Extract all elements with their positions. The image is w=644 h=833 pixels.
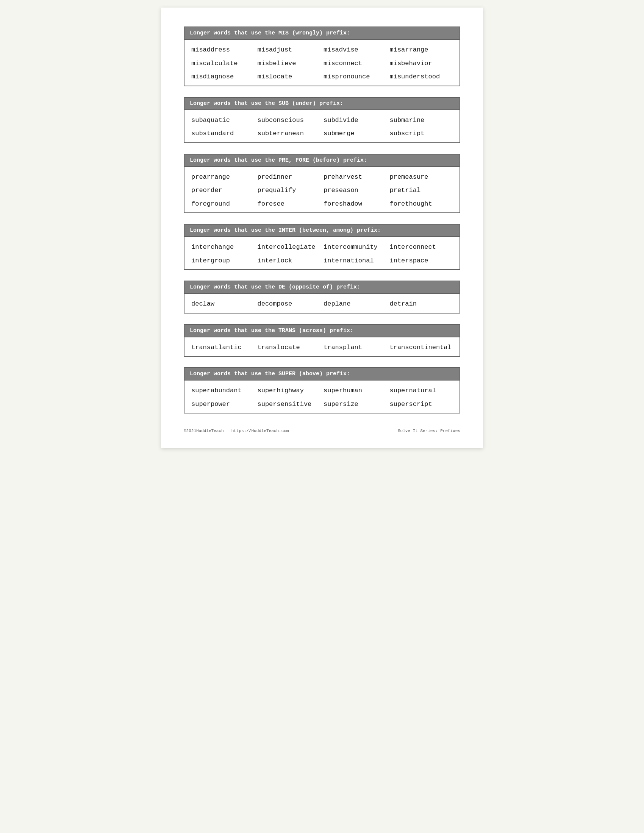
- word-cell: misadjust: [256, 43, 322, 56]
- word-cell: intergroup: [190, 254, 256, 267]
- word-cell: transplant: [322, 341, 388, 354]
- series-text: Solve It Series: Prefixes: [398, 429, 460, 433]
- word-cell: foreshadow: [322, 198, 388, 211]
- word-cell: preharvest: [322, 171, 388, 183]
- section-inter: Longer words that use the INTER (between…: [184, 224, 460, 270]
- word-cell: prearrange: [190, 171, 256, 183]
- word-cell: supersize: [322, 398, 388, 411]
- word-cell: interlock: [256, 254, 322, 267]
- word-cell: superscript: [388, 398, 455, 411]
- word-cell: declaw: [190, 298, 256, 310]
- word-cell: intercollegiate: [256, 241, 322, 254]
- word-cell: intercommunity: [322, 241, 388, 254]
- words-grid-mis: misaddressmisadjustmisadvisemisarrangemi…: [184, 40, 460, 86]
- word-cell: supernatural: [388, 384, 455, 397]
- section-super: Longer words that use the SUPER (above) …: [184, 367, 460, 413]
- words-grid-pre-fore: prearrangepredinnerpreharvestpremeasurep…: [184, 167, 460, 214]
- word-cell: subaquatic: [190, 114, 256, 127]
- section-pre-fore: Longer words that use the PRE, FORE (bef…: [184, 154, 460, 214]
- word-cell: detrain: [388, 298, 455, 310]
- word-cell: miscalculate: [190, 57, 256, 70]
- word-cell: substandard: [190, 127, 256, 140]
- word-cell: superhighway: [256, 384, 322, 397]
- word-cell: transatlantic: [190, 341, 256, 354]
- website-text: https://HuddleTeach.com: [232, 429, 289, 433]
- word-cell: misadvise: [322, 43, 388, 56]
- word-cell: foresee: [256, 198, 322, 211]
- sections-container: Longer words that use the MIS (wrongly) …: [184, 26, 460, 413]
- word-cell: subconscious: [256, 114, 322, 127]
- word-cell: pretrial: [388, 184, 455, 197]
- page: Longer words that use the MIS (wrongly) …: [161, 8, 483, 448]
- section-header-super: Longer words that use the SUPER (above) …: [184, 367, 460, 381]
- word-cell: misconnect: [322, 57, 388, 70]
- words-grid-inter: interchangeintercollegiateintercommunity…: [184, 237, 460, 270]
- word-cell: subdivide: [322, 114, 388, 127]
- words-grid-trans: transatlantictranslocatetransplanttransc…: [184, 338, 460, 357]
- word-cell: decompose: [256, 298, 322, 310]
- word-cell: superhuman: [322, 384, 388, 397]
- word-cell: misaddress: [190, 43, 256, 56]
- section-mis: Longer words that use the MIS (wrongly) …: [184, 26, 460, 86]
- section-header-pre-fore: Longer words that use the PRE, FORE (bef…: [184, 154, 460, 167]
- footer: ©2021HuddleTeach https://HuddleTeach.com…: [184, 425, 460, 433]
- word-cell: interconnect: [388, 241, 455, 254]
- word-cell: mislocate: [256, 71, 322, 83]
- word-cell: international: [322, 254, 388, 267]
- word-cell: translocate: [256, 341, 322, 354]
- word-cell: mispronounce: [322, 71, 388, 83]
- words-grid-super: superabundantsuperhighwaysuperhumansuper…: [184, 381, 460, 413]
- word-cell: prequalify: [256, 184, 322, 197]
- word-cell: submerge: [322, 127, 388, 140]
- word-cell: preorder: [190, 184, 256, 197]
- word-cell: transcontinental: [388, 341, 455, 354]
- word-cell: misdiagnose: [190, 71, 256, 83]
- word-cell: supersensitive: [256, 398, 322, 411]
- word-cell: interchange: [190, 241, 256, 254]
- word-cell: misbehavior: [388, 57, 455, 70]
- section-header-inter: Longer words that use the INTER (between…: [184, 224, 460, 237]
- word-cell: forethought: [388, 198, 455, 211]
- word-cell: predinner: [256, 171, 322, 183]
- footer-left: ©2021HuddleTeach https://HuddleTeach.com: [184, 429, 289, 433]
- section-de: Longer words that use the DE (opposite o…: [184, 281, 460, 314]
- word-cell: superabundant: [190, 384, 256, 397]
- word-cell: subterranean: [256, 127, 322, 140]
- words-grid-de: declawdecomposedeplanedetrain: [184, 294, 460, 314]
- word-cell: foreground: [190, 198, 256, 211]
- word-cell: subscript: [388, 127, 455, 140]
- word-cell: misbelieve: [256, 57, 322, 70]
- section-header-de: Longer words that use the DE (opposite o…: [184, 281, 460, 294]
- word-cell: misunderstood: [388, 71, 455, 83]
- word-cell: misarrange: [388, 43, 455, 56]
- word-cell: submarine: [388, 114, 455, 127]
- section-sub: Longer words that use the SUB (under) pr…: [184, 97, 460, 143]
- words-grid-sub: subaquaticsubconscioussubdividesubmarine…: [184, 110, 460, 143]
- word-cell: deplane: [322, 298, 388, 310]
- section-header-mis: Longer words that use the MIS (wrongly) …: [184, 26, 460, 40]
- word-cell: preseason: [322, 184, 388, 197]
- section-header-sub: Longer words that use the SUB (under) pr…: [184, 97, 460, 110]
- section-trans: Longer words that use the TRANS (across)…: [184, 324, 460, 357]
- word-cell: interspace: [388, 254, 455, 267]
- section-header-trans: Longer words that use the TRANS (across)…: [184, 324, 460, 338]
- copyright-text: ©2021HuddleTeach: [184, 429, 224, 433]
- word-cell: premeasure: [388, 171, 455, 183]
- word-cell: superpower: [190, 398, 256, 411]
